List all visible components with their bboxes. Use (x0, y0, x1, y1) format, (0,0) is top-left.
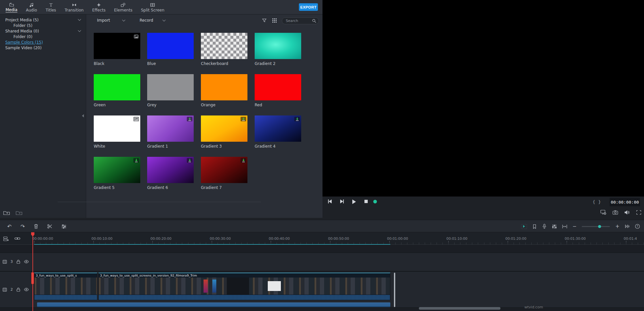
color-swatch[interactable] (147, 74, 194, 100)
media-item-gradient-5[interactable]: Gradient 5 (94, 157, 140, 190)
color-swatch[interactable] (147, 33, 194, 59)
export-button[interactable]: EXPORT (299, 3, 318, 11)
mixer-icon[interactable] (552, 224, 557, 229)
zoom-out-icon[interactable]: − (573, 224, 577, 229)
next-frame-icon[interactable] (340, 199, 344, 203)
video-clip-1[interactable]: 3_fun_ways_to_use_split_s (34, 273, 97, 300)
mark-out-icon[interactable]: } (598, 199, 601, 204)
tab-audio[interactable]: Audio (22, 0, 41, 14)
playhead-clip-handle[interactable] (31, 272, 34, 284)
media-item-blue[interactable]: Blue (147, 33, 194, 66)
tab-transition[interactable]: Transition (60, 0, 88, 14)
chevron-down-icon[interactable] (78, 29, 81, 32)
zoom-in-icon[interactable]: + (615, 224, 619, 229)
lock-icon[interactable] (16, 287, 20, 292)
mark-in-icon[interactable]: { (593, 199, 595, 204)
color-swatch[interactable] (255, 115, 301, 142)
color-swatch[interactable] (147, 115, 194, 142)
voiceover-mic-icon[interactable] (542, 224, 547, 229)
snapshot-icon[interactable] (613, 210, 618, 215)
previous-frame-icon[interactable] (328, 199, 332, 203)
fullscreen-icon[interactable] (636, 210, 641, 215)
import-button[interactable]: Import (97, 17, 125, 24)
media-item-gradient-6[interactable]: Gradient 6 (147, 157, 194, 190)
panel-collapse-arrow[interactable] (82, 114, 84, 117)
delete-icon[interactable] (34, 224, 38, 229)
tab-split-screen[interactable]: Split Screen (137, 0, 169, 14)
track-row-3[interactable]: 3 (0, 253, 644, 271)
search-input[interactable] (282, 19, 312, 23)
render-preview-icon[interactable] (521, 224, 527, 229)
zoom-slider-knob[interactable] (598, 225, 601, 228)
zoom-slider[interactable] (582, 226, 610, 227)
color-swatch[interactable] (201, 115, 247, 142)
undo-icon[interactable]: ↶ (7, 223, 11, 230)
new-folder-icon[interactable] (3, 210, 10, 215)
color-swatch[interactable] (147, 157, 194, 183)
media-item-gradient-7[interactable]: Gradient 7 (201, 157, 247, 190)
media-item-checkerboard[interactable]: Checkerboard (201, 33, 247, 66)
split-icon[interactable] (47, 224, 52, 229)
tree-item-folder-0[interactable]: Folder (0) (0, 34, 86, 39)
time-ruler[interactable]: 00:00:00:00 00:00:10:00 00:00:20:00 00:0… (0, 232, 644, 245)
search-icon[interactable] (312, 19, 316, 23)
color-swatch[interactable] (255, 74, 301, 100)
media-item-red[interactable]: Red (255, 74, 301, 107)
display-settings-icon[interactable] (600, 210, 606, 215)
grid-view-icon[interactable] (272, 18, 277, 23)
media-item-grey[interactable]: Grey (147, 74, 194, 107)
adjust-icon[interactable] (61, 224, 67, 229)
video-clip-2[interactable]: 3_fun_ways_to_use_split_screens_in_versi… (98, 273, 390, 300)
record-icon[interactable] (373, 199, 377, 203)
color-swatch[interactable] (94, 115, 140, 142)
playhead-line[interactable] (32, 232, 33, 311)
help-icon[interactable]: ? (635, 224, 640, 229)
delete-folder-icon[interactable] (16, 210, 22, 215)
color-swatch[interactable] (94, 33, 140, 59)
chevron-down-icon[interactable] (163, 18, 166, 22)
media-item-orange[interactable]: Orange (201, 74, 247, 107)
tree-item-project-media[interactable]: Project Media (5) (0, 17, 86, 23)
marker-icon[interactable] (532, 224, 537, 229)
tree-item-shared-media[interactable]: Shared Media (0) (0, 28, 86, 34)
record-button[interactable]: Record (140, 17, 165, 24)
color-swatch[interactable] (255, 33, 301, 59)
chevron-down-icon[interactable] (122, 18, 126, 22)
stop-icon[interactable] (364, 199, 368, 203)
color-swatch[interactable] (201, 74, 247, 100)
redo-icon[interactable]: ↷ (20, 223, 25, 230)
chevron-down-icon[interactable] (78, 18, 81, 21)
media-item-gradient-3[interactable]: Gradient 3 (201, 115, 247, 149)
tab-effects[interactable]: Effects (88, 0, 110, 14)
color-swatch[interactable] (201, 33, 247, 59)
clip-trim-handle[interactable] (394, 273, 395, 307)
media-item-gradient-1[interactable]: Gradient 1 (147, 115, 194, 149)
track-height-icon[interactable] (625, 224, 630, 229)
color-swatch[interactable] (94, 157, 140, 183)
eye-icon[interactable] (24, 288, 29, 291)
play-icon[interactable] (352, 199, 356, 204)
tree-item-sample-video[interactable]: Sample Video (20) (0, 45, 86, 51)
volume-icon[interactable] (624, 210, 630, 215)
manage-tracks-icon[interactable] (3, 236, 9, 241)
audio-clip[interactable] (37, 302, 390, 307)
media-item-gradient-4[interactable]: Gradient 4 (255, 115, 301, 149)
media-item-black[interactable]: Black (94, 33, 140, 66)
seek-bar[interactable] (58, 202, 261, 202)
media-item-green[interactable]: Green (94, 74, 140, 107)
link-icon[interactable] (14, 236, 20, 241)
zoom-fit-icon[interactable] (562, 224, 567, 229)
horizontal-scrollbar[interactable] (419, 307, 500, 310)
color-swatch[interactable] (201, 157, 247, 183)
eye-icon[interactable] (24, 260, 29, 263)
tab-media[interactable]: Media (1, 0, 22, 14)
tree-item-sample-colors[interactable]: Sample Colors (15) (0, 39, 86, 45)
tree-item-folder-5[interactable]: Folder (5) (0, 23, 86, 28)
lock-icon[interactable] (16, 259, 20, 264)
media-item-white[interactable]: White (94, 115, 140, 149)
tab-titles[interactable]: Titles (41, 0, 60, 14)
color-swatch[interactable] (94, 74, 140, 100)
tab-elements[interactable]: Elements (110, 0, 137, 14)
filter-icon[interactable] (262, 18, 267, 23)
media-item-gradient-2[interactable]: Gradient 2 (255, 33, 301, 66)
